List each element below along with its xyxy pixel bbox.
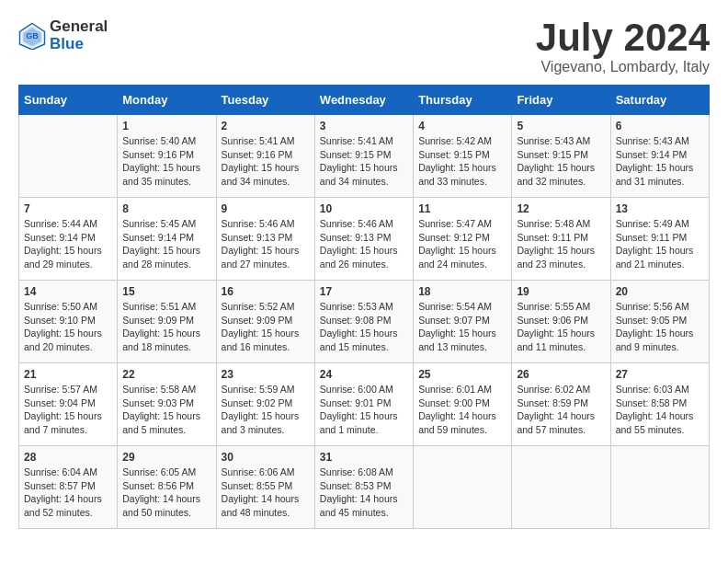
calendar-cell: 13Sunrise: 5:49 AM Sunset: 9:11 PM Dayli…: [610, 198, 709, 281]
calendar-cell: 15Sunrise: 5:51 AM Sunset: 9:09 PM Dayli…: [118, 281, 216, 363]
day-number: 7: [24, 202, 112, 215]
cell-sun-info: Sunrise: 5:56 AM Sunset: 9:05 PM Dayligh…: [616, 300, 704, 354]
calendar-cell: 17Sunrise: 5:53 AM Sunset: 9:08 PM Dayli…: [314, 281, 413, 363]
day-number: 30: [222, 451, 310, 464]
calendar-cell: 12Sunrise: 5:48 AM Sunset: 9:11 PM Dayli…: [512, 198, 610, 281]
cell-sun-info: Sunrise: 5:51 AM Sunset: 9:09 PM Dayligh…: [122, 300, 210, 354]
weekday-header: Tuesday: [216, 86, 314, 115]
day-number: 10: [320, 202, 408, 215]
calendar-cell: 14Sunrise: 5:50 AM Sunset: 9:10 PM Dayli…: [19, 281, 118, 363]
day-number: 31: [320, 451, 408, 464]
cell-sun-info: Sunrise: 5:54 AM Sunset: 9:07 PM Dayligh…: [418, 300, 506, 354]
calendar-cell: 3Sunrise: 5:41 AM Sunset: 9:15 PM Daylig…: [314, 115, 413, 198]
day-number: 16: [222, 285, 310, 298]
calendar-header-row: SundayMondayTuesdayWednesdayThursdayFrid…: [19, 86, 710, 115]
calendar-cell: 9Sunrise: 5:46 AM Sunset: 9:13 PM Daylig…: [216, 198, 314, 281]
weekday-header: Wednesday: [314, 86, 413, 115]
calendar-cell: 11Sunrise: 5:47 AM Sunset: 9:12 PM Dayli…: [414, 198, 512, 281]
cell-sun-info: Sunrise: 5:41 AM Sunset: 9:16 PM Dayligh…: [222, 134, 310, 189]
calendar-week-row: 1Sunrise: 5:40 AM Sunset: 9:16 PM Daylig…: [19, 115, 710, 198]
cell-sun-info: Sunrise: 6:08 AM Sunset: 8:53 PM Dayligh…: [320, 465, 408, 520]
day-number: 23: [222, 368, 310, 381]
cell-sun-info: Sunrise: 5:58 AM Sunset: 9:03 PM Dayligh…: [122, 383, 210, 437]
cell-sun-info: Sunrise: 6:00 AM Sunset: 9:01 PM Dayligh…: [320, 383, 408, 437]
cell-sun-info: Sunrise: 5:41 AM Sunset: 9:15 PM Dayligh…: [320, 134, 408, 189]
day-number: 20: [616, 285, 704, 298]
calendar-table: SundayMondayTuesdayWednesdayThursdayFrid…: [18, 85, 710, 529]
calendar-cell: 20Sunrise: 5:56 AM Sunset: 9:05 PM Dayli…: [610, 281, 709, 363]
day-number: 19: [517, 285, 605, 298]
cell-sun-info: Sunrise: 5:49 AM Sunset: 9:11 PM Dayligh…: [616, 217, 704, 271]
day-number: 28: [24, 451, 112, 464]
day-number: 11: [418, 202, 506, 215]
cell-sun-info: Sunrise: 6:05 AM Sunset: 8:56 PM Dayligh…: [122, 465, 210, 520]
cell-sun-info: Sunrise: 5:46 AM Sunset: 9:13 PM Dayligh…: [320, 217, 408, 271]
cell-sun-info: Sunrise: 5:40 AM Sunset: 9:16 PM Dayligh…: [122, 134, 210, 189]
calendar-week-row: 7Sunrise: 5:44 AM Sunset: 9:14 PM Daylig…: [19, 198, 710, 281]
day-number: 24: [320, 368, 408, 381]
weekday-header: Friday: [512, 86, 610, 115]
calendar-cell: 30Sunrise: 6:06 AM Sunset: 8:55 PM Dayli…: [216, 446, 314, 529]
cell-sun-info: Sunrise: 5:50 AM Sunset: 9:10 PM Dayligh…: [24, 300, 112, 354]
calendar-cell: 18Sunrise: 5:54 AM Sunset: 9:07 PM Dayli…: [414, 281, 512, 363]
day-number: 21: [24, 368, 112, 381]
cell-sun-info: Sunrise: 6:02 AM Sunset: 8:59 PM Dayligh…: [517, 383, 605, 437]
cell-sun-info: Sunrise: 5:55 AM Sunset: 9:06 PM Dayligh…: [517, 300, 605, 354]
weekday-header: Saturday: [610, 86, 709, 115]
calendar-cell: 29Sunrise: 6:05 AM Sunset: 8:56 PM Dayli…: [118, 446, 216, 529]
day-number: 14: [24, 285, 112, 298]
day-number: 4: [418, 120, 506, 132]
day-number: 2: [222, 120, 310, 132]
cell-sun-info: Sunrise: 5:48 AM Sunset: 9:11 PM Dayligh…: [517, 217, 605, 271]
calendar-week-row: 28Sunrise: 6:04 AM Sunset: 8:57 PM Dayli…: [19, 446, 710, 529]
calendar-cell: 19Sunrise: 5:55 AM Sunset: 9:06 PM Dayli…: [512, 281, 610, 363]
day-number: 13: [616, 202, 704, 215]
cell-sun-info: Sunrise: 5:53 AM Sunset: 9:08 PM Dayligh…: [320, 300, 408, 354]
day-number: 1: [122, 120, 210, 132]
calendar-cell: 2Sunrise: 5:41 AM Sunset: 9:16 PM Daylig…: [216, 115, 314, 198]
day-number: 17: [320, 285, 408, 298]
calendar-cell: [512, 446, 610, 529]
page-header: GB General Blue July 2024 Vigevano, Lomb…: [18, 18, 710, 75]
cell-sun-info: Sunrise: 5:47 AM Sunset: 9:12 PM Dayligh…: [418, 217, 506, 271]
cell-sun-info: Sunrise: 5:44 AM Sunset: 9:14 PM Dayligh…: [24, 217, 112, 271]
day-number: 3: [320, 120, 408, 132]
day-number: 22: [122, 368, 210, 381]
day-number: 12: [517, 202, 605, 215]
calendar-cell: [610, 446, 709, 529]
weekday-header: Sunday: [19, 86, 118, 115]
month-year-title: July 2024: [536, 18, 710, 57]
title-block: July 2024 Vigevano, Lombardy, Italy: [536, 18, 710, 75]
calendar-cell: 27Sunrise: 6:03 AM Sunset: 8:58 PM Dayli…: [610, 363, 709, 446]
weekday-header: Thursday: [414, 86, 512, 115]
calendar-cell: 31Sunrise: 6:08 AM Sunset: 8:53 PM Dayli…: [314, 446, 413, 529]
calendar-cell: 6Sunrise: 5:43 AM Sunset: 9:14 PM Daylig…: [610, 115, 709, 198]
logo: GB General Blue: [18, 18, 108, 52]
calendar-cell: 22Sunrise: 5:58 AM Sunset: 9:03 PM Dayli…: [118, 363, 216, 446]
calendar-cell: 25Sunrise: 6:01 AM Sunset: 9:00 PM Dayli…: [414, 363, 512, 446]
calendar-cell: 10Sunrise: 5:46 AM Sunset: 9:13 PM Dayli…: [314, 198, 413, 281]
day-number: 26: [517, 368, 605, 381]
calendar-cell: 21Sunrise: 5:57 AM Sunset: 9:04 PM Dayli…: [19, 363, 118, 446]
cell-sun-info: Sunrise: 5:42 AM Sunset: 9:15 PM Dayligh…: [418, 134, 506, 189]
calendar-cell: 26Sunrise: 6:02 AM Sunset: 8:59 PM Dayli…: [512, 363, 610, 446]
logo-icon: GB: [18, 22, 46, 50]
cell-sun-info: Sunrise: 5:45 AM Sunset: 9:14 PM Dayligh…: [122, 217, 210, 271]
day-number: 6: [616, 120, 704, 132]
cell-sun-info: Sunrise: 5:46 AM Sunset: 9:13 PM Dayligh…: [222, 217, 310, 271]
calendar-cell: 24Sunrise: 6:00 AM Sunset: 9:01 PM Dayli…: [314, 363, 413, 446]
day-number: 15: [122, 285, 210, 298]
calendar-cell: 8Sunrise: 5:45 AM Sunset: 9:14 PM Daylig…: [118, 198, 216, 281]
cell-sun-info: Sunrise: 6:06 AM Sunset: 8:55 PM Dayligh…: [222, 465, 310, 520]
calendar-cell: 16Sunrise: 5:52 AM Sunset: 9:09 PM Dayli…: [216, 281, 314, 363]
day-number: 18: [418, 285, 506, 298]
logo-text: General Blue: [50, 18, 108, 52]
cell-sun-info: Sunrise: 6:01 AM Sunset: 9:00 PM Dayligh…: [418, 383, 506, 437]
cell-sun-info: Sunrise: 5:43 AM Sunset: 9:14 PM Dayligh…: [616, 134, 704, 189]
location-subtitle: Vigevano, Lombardy, Italy: [536, 59, 710, 75]
calendar-cell: [19, 115, 118, 198]
calendar-cell: 7Sunrise: 5:44 AM Sunset: 9:14 PM Daylig…: [19, 198, 118, 281]
weekday-header: Monday: [118, 86, 216, 115]
calendar-week-row: 14Sunrise: 5:50 AM Sunset: 9:10 PM Dayli…: [19, 281, 710, 363]
calendar-cell: 5Sunrise: 5:43 AM Sunset: 9:15 PM Daylig…: [512, 115, 610, 198]
